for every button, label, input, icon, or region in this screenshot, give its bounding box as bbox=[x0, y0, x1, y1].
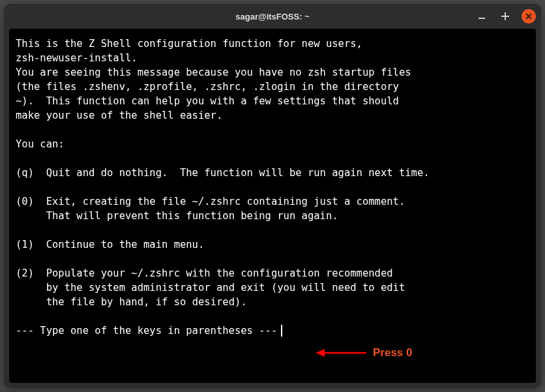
close-icon bbox=[525, 13, 532, 20]
svg-rect-2 bbox=[501, 16, 509, 17]
close-button[interactable] bbox=[522, 9, 536, 23]
maximize-button[interactable] bbox=[498, 9, 512, 23]
annotation-label: Press 0 bbox=[373, 346, 413, 360]
minimize-icon bbox=[478, 12, 486, 20]
window-controls bbox=[475, 4, 536, 29]
annotation: Press 0 bbox=[316, 346, 413, 360]
arrow-icon bbox=[316, 346, 368, 359]
terminal-window: sagar@itsFOSS: ~ This is the bbox=[4, 4, 541, 388]
window-title: sagar@itsFOSS: ~ bbox=[235, 12, 309, 22]
titlebar: sagar@itsFOSS: ~ bbox=[4, 4, 541, 29]
terminal-cursor bbox=[281, 325, 282, 337]
svg-marker-6 bbox=[316, 349, 325, 357]
prompt-line: --- Type one of the keys in parentheses … bbox=[16, 324, 529, 338]
prompt-text: --- Type one of the keys in parentheses … bbox=[16, 324, 277, 338]
terminal-body[interactable]: This is the Z Shell configuration functi… bbox=[9, 29, 536, 383]
terminal-output: This is the Z Shell configuration functi… bbox=[16, 37, 529, 309]
svg-rect-0 bbox=[479, 18, 485, 19]
maximize-icon bbox=[501, 12, 510, 21]
minimize-button[interactable] bbox=[475, 9, 489, 23]
